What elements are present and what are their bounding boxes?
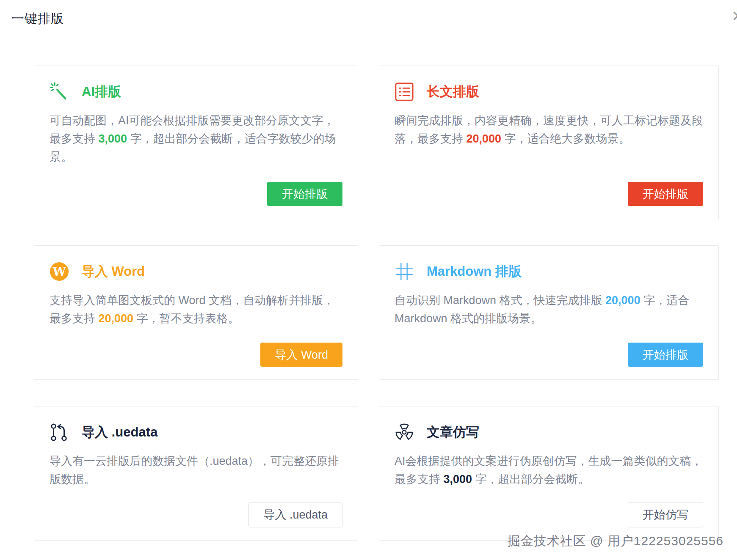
card-actions: 导入 .uedata: [50, 502, 342, 527]
card-actions: 开始排版: [50, 182, 342, 206]
card-title: AI排版: [82, 83, 121, 101]
card-actions: 开始仿写: [395, 502, 703, 527]
card-head: Markdown 排版: [395, 262, 703, 281]
git-branch-icon: [50, 423, 69, 442]
card-actions: 开始排版: [395, 182, 703, 206]
start-ai-layout-button[interactable]: 开始排版: [267, 182, 342, 206]
svg-text:W: W: [52, 265, 66, 279]
card-markdown-layout: Markdown 排版 自动识别 Markdown 格式，快速完成排版 20,0…: [379, 245, 719, 380]
limit-number: 20,000: [99, 312, 134, 325]
card-head: 长文排版: [395, 82, 703, 102]
card-head: W 导入 Word: [50, 262, 342, 281]
card-head: 导入 .uedata: [50, 423, 342, 442]
hash-grid-icon: [395, 262, 414, 281]
card-ai-layout: AI排版 可自动配图，AI可能会根据排版需要更改部分原文文字，最多支持 3,00…: [34, 66, 358, 219]
card-title: 文章仿写: [427, 423, 479, 441]
limit-number: 3,000: [444, 473, 472, 486]
card-article-imitation: 文章仿写 AI会根据提供的文案进行伪原创仿写，生成一篇类似的文稿，最多支持 3,…: [379, 406, 719, 541]
magic-wand-icon: [50, 82, 69, 102]
card-description: AI会根据提供的文案进行伪原创仿写，生成一篇类似的文稿，最多支持 3,000 字…: [395, 452, 703, 489]
card-description: 支持导入简单图文板式的 Word 文档，自动解析并排版，最多支持 20,000 …: [50, 291, 342, 328]
word-circle-icon: W: [50, 262, 69, 281]
card-description: 可自动配图，AI可能会根据排版需要更改部分原文文字，最多支持 3,000 字，超…: [50, 112, 342, 166]
close-icon[interactable]: ×: [732, 6, 737, 25]
card-head: AI排版: [50, 82, 342, 102]
card-grid: AI排版 可自动配图，AI可能会根据排版需要更改部分原文文字，最多支持 3,00…: [34, 66, 719, 541]
card-long-text-layout: 长文排版 瞬间完成排版，内容更精确，速度更快，可人工标记标题及段落，最多支持 2…: [379, 66, 719, 219]
start-long-text-layout-button[interactable]: 开始排版: [628, 182, 703, 206]
card-actions: 开始排版: [395, 343, 703, 367]
import-word-button[interactable]: 导入 Word: [260, 343, 342, 367]
start-markdown-layout-button[interactable]: 开始排版: [628, 343, 703, 367]
one-click-layout-dialog: 一键排版 × AI: [0, 0, 737, 560]
limit-number: 20,000: [466, 132, 502, 145]
card-head: 文章仿写: [395, 423, 703, 442]
card-title: 长文排版: [427, 83, 479, 101]
card-import-word: W 导入 Word 支持导入简单图文板式的 Word 文档，自动解析并排版，最多…: [34, 245, 358, 380]
import-uedata-button[interactable]: 导入 .uedata: [248, 502, 342, 527]
limit-number: 3,000: [99, 132, 127, 145]
card-description: 自动识别 Markdown 格式，快速完成排版 20,000 字，适合 Mark…: [395, 291, 703, 328]
start-imitation-button[interactable]: 开始仿写: [628, 502, 703, 527]
radiation-icon: [395, 423, 414, 442]
ordered-list-icon: [395, 82, 414, 102]
page-title: 一键排版: [11, 10, 64, 27]
card-title: 导入 .uedata: [82, 423, 157, 441]
limit-number: 20,000: [605, 294, 640, 307]
card-description: 导入有一云排版后的数据文件（.uedata），可完整还原排版数据。: [50, 452, 342, 489]
card-title: 导入 Word: [82, 263, 145, 280]
card-import-uedata: 导入 .uedata 导入有一云排版后的数据文件（.uedata），可完整还原排…: [34, 406, 358, 541]
dialog-header: 一键排版 ×: [0, 0, 737, 38]
card-description: 瞬间完成排版，内容更精确，速度更快，可人工标记标题及段落，最多支持 20,000…: [395, 112, 703, 148]
card-title: Markdown 排版: [427, 263, 522, 280]
card-actions: 导入 Word: [50, 343, 342, 367]
